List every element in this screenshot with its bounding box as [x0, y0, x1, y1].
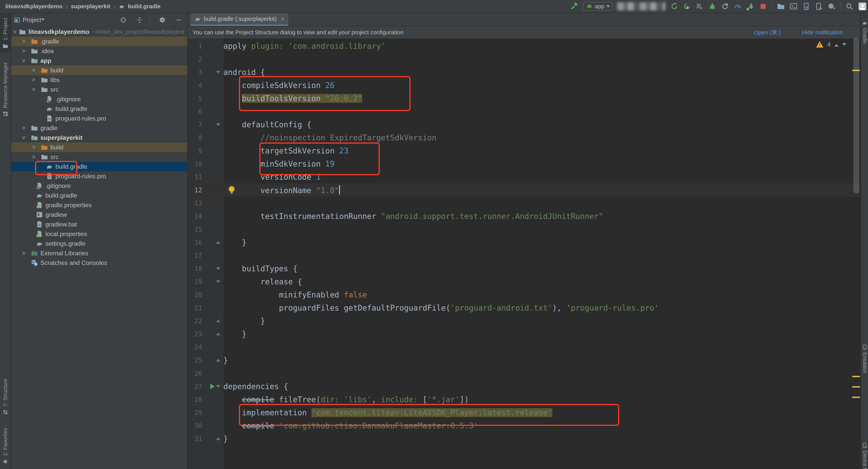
line-number[interactable]: 29: [188, 409, 202, 416]
avatar-button[interactable]: [858, 2, 867, 11]
chevron-expanded-icon[interactable]: >: [21, 135, 27, 141]
line-number[interactable]: 14: [188, 212, 202, 220]
debug-button[interactable]: [708, 2, 716, 10]
line-number[interactable]: 8: [188, 134, 202, 142]
chevron-collapsed-icon[interactable]: >: [21, 48, 27, 54]
code-line-26[interactable]: 26: [188, 367, 860, 380]
fold-open-icon[interactable]: [216, 123, 220, 128]
warning-stripe-mark[interactable]: [852, 386, 860, 387]
code-line-6[interactable]: 6: [188, 105, 860, 118]
chevron-down-icon[interactable]: [41, 19, 44, 23]
hide-notification-link[interactable]: Hide notification: [802, 29, 843, 36]
fold-close-icon[interactable]: [216, 435, 220, 440]
line-number[interactable]: 4: [188, 82, 202, 89]
tree-item--idea[interactable]: >.idea: [11, 46, 187, 56]
tree-item-src[interactable]: >src: [11, 152, 187, 162]
code-line-24[interactable]: 24: [188, 341, 860, 354]
line-number[interactable]: 26: [188, 370, 202, 377]
fold-open-icon[interactable]: [216, 280, 220, 285]
device-manager-button[interactable]: [815, 2, 823, 10]
fold-open-icon[interactable]: [216, 267, 220, 272]
warning-stripe-mark[interactable]: [852, 376, 860, 377]
fold-close-icon[interactable]: [216, 317, 220, 322]
tree-item-proguard-rules-pro[interactable]: proguard-rules.pro: [11, 114, 187, 123]
code-line-19[interactable]: 19 release {: [188, 275, 860, 288]
line-number[interactable]: 20: [188, 291, 202, 299]
chevron-collapsed-icon[interactable]: >: [31, 154, 36, 160]
code-line-7[interactable]: 7 defaultConfig {: [188, 118, 860, 131]
code-line-17[interactable]: 17: [188, 249, 860, 262]
tree-item-src[interactable]: >src: [11, 85, 187, 94]
line-number[interactable]: 27: [188, 383, 202, 390]
code-line-18[interactable]: 18 buildTypes {: [188, 262, 860, 275]
line-number[interactable]: 2: [188, 55, 202, 63]
line-number[interactable]: 18: [188, 265, 202, 272]
code-line-22[interactable]: 22 }: [188, 314, 860, 327]
tree-item-settings-gradle[interactable]: settings.gradle: [11, 239, 187, 248]
code-line-16[interactable]: 16 }: [188, 236, 860, 249]
chevron-collapsed-icon[interactable]: >: [31, 144, 36, 150]
device-file-explorer-button[interactable]: [802, 2, 810, 10]
chevron-expanded-icon[interactable]: >: [21, 58, 27, 63]
logcat-button[interactable]: [789, 2, 798, 10]
chevron-collapsed-icon[interactable]: >: [31, 77, 36, 83]
next-warning-icon[interactable]: [842, 43, 846, 48]
line-number[interactable]: 19: [188, 278, 202, 286]
tool-window-tab-gradle[interactable]: Gradle: [861, 16, 868, 48]
warning-stripe-mark[interactable]: [852, 70, 860, 71]
breadcrumb-item[interactable]: build.gradle: [128, 3, 161, 10]
chevron-collapsed-icon[interactable]: >: [21, 250, 27, 256]
tab-build-gradle[interactable]: build.gradle (:superplayerkit) ×: [191, 13, 288, 26]
run-gutter-icon[interactable]: [210, 384, 215, 389]
fold-open-icon[interactable]: [216, 385, 220, 390]
tree-item-build-gradle[interactable]: build.gradle: [11, 162, 187, 171]
tree-item-build-gradle[interactable]: build.gradle: [11, 190, 187, 200]
chevron-expanded-icon[interactable]: >: [12, 29, 18, 35]
run-configuration-select[interactable]: app: [583, 2, 613, 11]
line-number[interactable]: 23: [188, 330, 202, 338]
tree-item-gradle-properties[interactable]: gradle.properties: [11, 200, 187, 210]
code-line-25[interactable]: 25}: [188, 354, 860, 367]
line-number[interactable]: 5: [188, 94, 202, 102]
tool-window-tab-2-favorites[interactable]: 2: Favorites: [0, 424, 11, 468]
open-project-structure-link[interactable]: Open (⌘;): [754, 29, 781, 36]
chevron-collapsed-icon[interactable]: >: [31, 67, 36, 74]
tree-item-gradlew-bat[interactable]: gradlew.bat: [11, 219, 187, 229]
locate-button[interactable]: [117, 17, 127, 24]
code-line-2[interactable]: 2: [188, 53, 860, 66]
tree-item-local-properties[interactable]: local.properties: [11, 229, 187, 239]
code-line-29[interactable]: 29 implementation 'com.tencent.liteav:Li…: [188, 406, 860, 419]
warning-stripe-mark[interactable]: [852, 397, 860, 398]
line-number[interactable]: 6: [188, 108, 202, 115]
tree-item-gradle[interactable]: >gradle: [11, 123, 187, 133]
tool-window-tab-7-structure[interactable]: 7: Structure: [0, 375, 11, 419]
hammer-button[interactable]: [570, 2, 579, 10]
fold-close-icon[interactable]: [216, 239, 220, 244]
code-line-9[interactable]: 9 targetSdkVersion 23: [188, 144, 860, 157]
chevron-collapsed-icon[interactable]: >: [21, 125, 27, 131]
tool-window-tab-emulator[interactable]: Emulator: [861, 341, 868, 377]
chevron-collapsed-icon[interactable]: >: [31, 86, 36, 93]
search-button[interactable]: [845, 2, 854, 10]
tree-item-libs[interactable]: >libs: [11, 75, 187, 85]
inspections-widget[interactable]: 4: [816, 41, 846, 48]
profile-button[interactable]: [734, 2, 742, 10]
line-number[interactable]: 22: [188, 317, 202, 325]
tree-item-external-libraries[interactable]: >External Libraries: [11, 248, 187, 258]
line-number[interactable]: 3: [188, 68, 202, 76]
fold-close-icon[interactable]: [216, 357, 220, 361]
attach-debugger-button[interactable]: [746, 2, 754, 10]
tree-item--gitignore[interactable]: .gitignore: [11, 94, 187, 104]
device-selector-redacted[interactable]: [617, 2, 665, 10]
tree-item--gradle[interactable]: >.gradle: [11, 36, 187, 46]
line-number[interactable]: 24: [188, 343, 202, 351]
code-line-15[interactable]: 15: [188, 223, 860, 236]
line-number[interactable]: 31: [188, 435, 202, 443]
apply-code-changes-button[interactable]: [695, 2, 704, 10]
sdk-manager-button[interactable]: [828, 2, 836, 10]
previous-warning-icon[interactable]: [835, 42, 838, 47]
stop-button[interactable]: [759, 2, 767, 10]
collapse-button[interactable]: [133, 17, 143, 24]
tree-item-build-gradle[interactable]: build.gradle: [11, 104, 187, 114]
line-number[interactable]: 21: [188, 304, 202, 312]
